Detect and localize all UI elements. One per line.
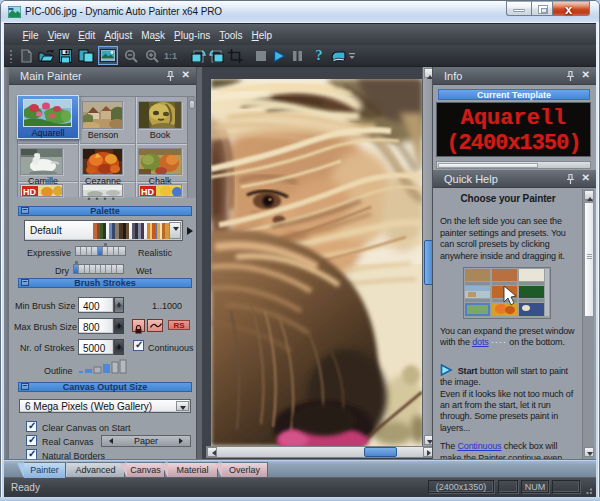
svg-text:?: ? [316, 48, 323, 63]
svg-text:1:1: 1:1 [164, 51, 177, 60]
